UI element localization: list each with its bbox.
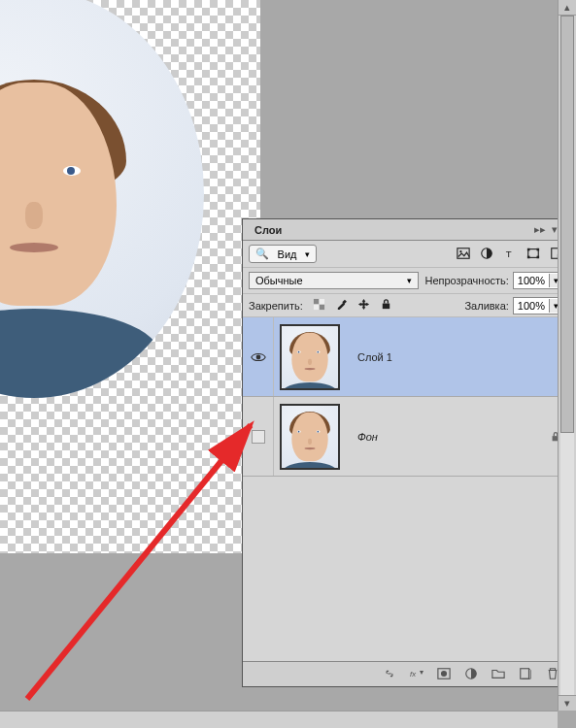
- portrait-circle: [0, 0, 204, 398]
- link-layers-icon[interactable]: [383, 667, 396, 682]
- visibility-toggle[interactable]: [243, 397, 274, 476]
- svg-rect-8: [537, 255, 540, 258]
- svg-point-22: [441, 670, 447, 676]
- scroll-down-icon[interactable]: ▾: [559, 695, 576, 711]
- filter-adjustment-icon[interactable]: [480, 247, 493, 262]
- svg-rect-13: [319, 299, 324, 305]
- panel-footer: fx▾: [243, 661, 569, 686]
- svg-rect-5: [527, 248, 530, 250]
- lock-move-icon[interactable]: [357, 298, 370, 313]
- panel-tab-layers[interactable]: Слои: [249, 221, 288, 239]
- filter-shape-icon[interactable]: [526, 247, 540, 262]
- layers-panel: Слои ▸▸ ▾≡ 🔍 Вид ▾ T Обычные ▾ Непрозрач…: [242, 218, 570, 687]
- filter-image-icon[interactable]: [457, 247, 470, 262]
- opacity-value: 100%: [514, 273, 549, 288]
- collapse-icon[interactable]: ▸▸: [534, 223, 546, 236]
- svg-text:fx: fx: [410, 669, 417, 678]
- chevron-down-icon: ▾: [305, 249, 310, 259]
- chevron-down-icon: ▾: [407, 276, 412, 285]
- adjustment-layer-icon[interactable]: [464, 667, 478, 682]
- document-canvas[interactable]: [0, 0, 260, 579]
- opacity-input[interactable]: 100% ▾: [513, 272, 563, 289]
- lock-all-icon[interactable]: [380, 298, 392, 313]
- svg-rect-12: [319, 305, 324, 311]
- visibility-toggle[interactable]: [243, 317, 274, 396]
- lock-label: Закрепить:: [249, 300, 303, 312]
- svg-rect-11: [314, 299, 320, 305]
- group-icon[interactable]: [491, 667, 505, 682]
- svg-point-1: [459, 250, 461, 252]
- layer-thumbnail[interactable]: [280, 404, 340, 470]
- layers-list: Слой 1 Фон: [243, 317, 569, 661]
- search-icon: 🔍: [255, 248, 269, 260]
- vertical-scrollbar[interactable]: ▴ ▾: [558, 0, 576, 711]
- filter-type-dropdown[interactable]: 🔍 Вид ▾: [249, 245, 317, 263]
- layer-item[interactable]: Слой 1: [243, 317, 569, 397]
- fill-label: Заливка:: [464, 300, 508, 312]
- layer-name[interactable]: Фон: [346, 431, 542, 443]
- svg-rect-7: [527, 255, 530, 258]
- eye-icon: [251, 351, 266, 363]
- transparency-background: [0, 0, 260, 553]
- fill-value: 100%: [514, 298, 549, 314]
- svg-rect-24: [521, 668, 529, 678]
- lock-transparency-icon[interactable]: [313, 298, 325, 313]
- layer-thumbnail[interactable]: [280, 324, 340, 390]
- svg-rect-6: [537, 248, 540, 250]
- svg-rect-16: [383, 304, 390, 310]
- filter-text-icon[interactable]: T: [503, 247, 517, 262]
- svg-rect-14: [314, 305, 320, 311]
- panel-header: Слои ▸▸ ▾≡: [243, 219, 569, 241]
- lock-row: Закрепить: Заливка: 100% ▾: [243, 294, 569, 317]
- svg-text:▾: ▾: [420, 668, 424, 677]
- scroll-up-icon[interactable]: ▴: [559, 0, 576, 16]
- fx-icon[interactable]: fx▾: [410, 667, 424, 682]
- svg-point-17: [255, 354, 260, 359]
- blend-mode-value: Обычные: [255, 275, 303, 286]
- opacity-label: Непрозрачность:: [424, 275, 508, 286]
- new-layer-icon[interactable]: [519, 667, 532, 682]
- lock-paint-icon[interactable]: [335, 298, 348, 313]
- svg-text:T: T: [506, 248, 512, 259]
- visibility-empty-icon: [252, 430, 265, 444]
- mask-icon[interactable]: [437, 667, 451, 682]
- filter-row: 🔍 Вид ▾ T: [243, 241, 569, 268]
- filter-type-label: Вид: [278, 248, 297, 260]
- layer-name[interactable]: Слой 1: [346, 351, 542, 363]
- layer-item[interactable]: Фон: [243, 397, 569, 477]
- fill-input[interactable]: 100% ▾: [513, 297, 563, 314]
- scrollbar-thumb[interactable]: [560, 16, 574, 433]
- blend-row: Обычные ▾ Непрозрачность: 100% ▾: [243, 268, 569, 294]
- blend-mode-dropdown[interactable]: Обычные ▾: [249, 272, 419, 289]
- horizontal-scrollbar[interactable]: [0, 711, 558, 728]
